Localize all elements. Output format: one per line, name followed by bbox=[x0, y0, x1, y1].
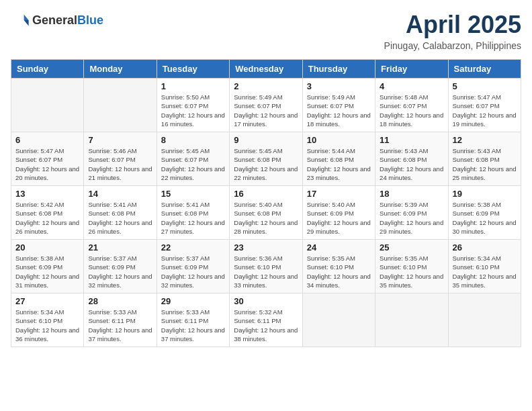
day-info: Sunrise: 5:40 AM Sunset: 6:09 PM Dayligh… bbox=[307, 200, 371, 236]
day-number: 26 bbox=[453, 242, 517, 253]
weekday-header-row: SundayMondayTuesdayWednesdayThursdayFrid… bbox=[11, 60, 521, 79]
day-number: 20 bbox=[15, 242, 79, 253]
day-info: Sunrise: 5:33 AM Sunset: 6:11 PM Dayligh… bbox=[88, 308, 152, 343]
day-number: 28 bbox=[88, 296, 152, 306]
day-number: 7 bbox=[88, 135, 152, 145]
calendar-subtitle: Pinugay, Calabarzon, Philippines bbox=[384, 40, 521, 51]
day-number: 29 bbox=[161, 296, 225, 306]
calendar-title: April 2025 bbox=[384, 11, 521, 39]
day-number: 11 bbox=[380, 135, 443, 145]
day-info: Sunrise: 5:34 AM Sunset: 6:10 PM Dayligh… bbox=[453, 254, 517, 289]
day-info: Sunrise: 5:33 AM Sunset: 6:11 PM Dayligh… bbox=[161, 308, 225, 343]
page-header: GeneralBlue April 2025 Pinugay, Calabarz… bbox=[11, 11, 521, 51]
calendar-cell bbox=[11, 79, 84, 132]
day-info: Sunrise: 5:49 AM Sunset: 6:07 PM Dayligh… bbox=[234, 93, 298, 128]
calendar-cell: 11Sunrise: 5:43 AM Sunset: 6:08 PM Dayli… bbox=[375, 132, 448, 186]
day-number: 6 bbox=[15, 135, 79, 145]
calendar-cell: 26Sunrise: 5:34 AM Sunset: 6:10 PM Dayli… bbox=[448, 240, 521, 293]
calendar-cell: 20Sunrise: 5:38 AM Sunset: 6:09 PM Dayli… bbox=[11, 240, 84, 293]
day-info: Sunrise: 5:35 AM Sunset: 6:10 PM Dayligh… bbox=[307, 254, 371, 289]
day-number: 17 bbox=[307, 189, 371, 199]
calendar-cell: 25Sunrise: 5:35 AM Sunset: 6:10 PM Dayli… bbox=[375, 240, 448, 293]
calendar-cell bbox=[84, 79, 157, 132]
calendar-cell bbox=[448, 293, 521, 347]
day-number: 8 bbox=[161, 135, 225, 145]
day-number: 15 bbox=[161, 189, 225, 199]
calendar-cell: 15Sunrise: 5:41 AM Sunset: 6:08 PM Dayli… bbox=[157, 186, 229, 240]
day-info: Sunrise: 5:35 AM Sunset: 6:10 PM Dayligh… bbox=[380, 254, 443, 289]
calendar-cell: 29Sunrise: 5:33 AM Sunset: 6:11 PM Dayli… bbox=[157, 293, 229, 347]
day-number: 13 bbox=[15, 189, 79, 199]
calendar-cell: 7Sunrise: 5:46 AM Sunset: 6:07 PM Daylig… bbox=[84, 132, 157, 186]
day-info: Sunrise: 5:50 AM Sunset: 6:07 PM Dayligh… bbox=[161, 93, 225, 128]
day-number: 12 bbox=[453, 135, 517, 145]
calendar-cell: 6Sunrise: 5:47 AM Sunset: 6:07 PM Daylig… bbox=[11, 132, 84, 186]
svg-marker-0 bbox=[24, 15, 29, 20]
day-number: 19 bbox=[453, 189, 517, 199]
calendar-cell: 18Sunrise: 5:39 AM Sunset: 6:09 PM Dayli… bbox=[375, 186, 448, 240]
calendar-cell: 4Sunrise: 5:48 AM Sunset: 6:07 PM Daylig… bbox=[375, 79, 448, 132]
day-number: 10 bbox=[307, 135, 371, 145]
day-number: 9 bbox=[234, 135, 298, 145]
calendar-cell: 3Sunrise: 5:49 AM Sunset: 6:07 PM Daylig… bbox=[302, 79, 375, 132]
calendar-cell: 30Sunrise: 5:32 AM Sunset: 6:11 PM Dayli… bbox=[230, 293, 302, 347]
day-number: 30 bbox=[234, 296, 298, 306]
day-info: Sunrise: 5:32 AM Sunset: 6:11 PM Dayligh… bbox=[234, 308, 298, 343]
calendar-cell: 21Sunrise: 5:37 AM Sunset: 6:09 PM Dayli… bbox=[84, 240, 157, 293]
calendar-cell bbox=[375, 293, 448, 347]
day-number: 1 bbox=[161, 81, 225, 91]
week-row-3: 13Sunrise: 5:42 AM Sunset: 6:08 PM Dayli… bbox=[11, 186, 521, 240]
day-info: Sunrise: 5:37 AM Sunset: 6:09 PM Dayligh… bbox=[88, 254, 152, 289]
day-number: 14 bbox=[88, 189, 152, 199]
day-number: 22 bbox=[161, 242, 225, 253]
calendar-cell: 14Sunrise: 5:41 AM Sunset: 6:08 PM Dayli… bbox=[84, 186, 157, 240]
day-info: Sunrise: 5:48 AM Sunset: 6:07 PM Dayligh… bbox=[380, 93, 443, 128]
day-info: Sunrise: 5:45 AM Sunset: 6:07 PM Dayligh… bbox=[161, 146, 225, 182]
calendar-cell: 23Sunrise: 5:36 AM Sunset: 6:10 PM Dayli… bbox=[230, 240, 302, 293]
day-info: Sunrise: 5:34 AM Sunset: 6:10 PM Dayligh… bbox=[15, 308, 79, 343]
calendar-cell: 17Sunrise: 5:40 AM Sunset: 6:09 PM Dayli… bbox=[302, 186, 375, 240]
day-info: Sunrise: 5:49 AM Sunset: 6:07 PM Dayligh… bbox=[307, 93, 371, 128]
day-info: Sunrise: 5:37 AM Sunset: 6:09 PM Dayligh… bbox=[161, 254, 225, 289]
day-number: 2 bbox=[234, 81, 298, 91]
day-number: 25 bbox=[380, 242, 443, 253]
calendar-cell: 5Sunrise: 5:47 AM Sunset: 6:07 PM Daylig… bbox=[448, 79, 521, 132]
calendar-cell: 2Sunrise: 5:49 AM Sunset: 6:07 PM Daylig… bbox=[230, 79, 302, 132]
day-number: 16 bbox=[234, 189, 298, 199]
day-info: Sunrise: 5:41 AM Sunset: 6:08 PM Dayligh… bbox=[161, 200, 225, 236]
calendar-cell: 10Sunrise: 5:44 AM Sunset: 6:08 PM Dayli… bbox=[302, 132, 375, 186]
week-row-1: 1Sunrise: 5:50 AM Sunset: 6:07 PM Daylig… bbox=[11, 79, 521, 132]
day-number: 3 bbox=[307, 81, 371, 91]
logo-text-general: General bbox=[32, 13, 77, 27]
weekday-header-friday: Friday bbox=[375, 60, 448, 79]
day-info: Sunrise: 5:43 AM Sunset: 6:08 PM Dayligh… bbox=[453, 146, 517, 182]
day-info: Sunrise: 5:42 AM Sunset: 6:08 PM Dayligh… bbox=[15, 200, 79, 236]
day-info: Sunrise: 5:45 AM Sunset: 6:08 PM Dayligh… bbox=[234, 146, 298, 182]
day-number: 5 bbox=[453, 81, 517, 91]
day-info: Sunrise: 5:41 AM Sunset: 6:08 PM Dayligh… bbox=[88, 200, 152, 236]
week-row-2: 6Sunrise: 5:47 AM Sunset: 6:07 PM Daylig… bbox=[11, 132, 521, 186]
day-number: 4 bbox=[380, 81, 443, 91]
day-info: Sunrise: 5:38 AM Sunset: 6:09 PM Dayligh… bbox=[15, 254, 79, 289]
weekday-header-saturday: Saturday bbox=[448, 60, 521, 79]
weekday-header-thursday: Thursday bbox=[302, 60, 375, 79]
calendar-cell: 16Sunrise: 5:40 AM Sunset: 6:08 PM Dayli… bbox=[230, 186, 302, 240]
week-row-5: 27Sunrise: 5:34 AM Sunset: 6:10 PM Dayli… bbox=[11, 293, 521, 347]
calendar-cell: 19Sunrise: 5:38 AM Sunset: 6:09 PM Dayli… bbox=[448, 186, 521, 240]
calendar-cell: 13Sunrise: 5:42 AM Sunset: 6:08 PM Dayli… bbox=[11, 186, 84, 240]
calendar-cell: 28Sunrise: 5:33 AM Sunset: 6:11 PM Dayli… bbox=[84, 293, 157, 347]
day-info: Sunrise: 5:40 AM Sunset: 6:08 PM Dayligh… bbox=[234, 200, 298, 236]
logo-text-blue: Blue bbox=[77, 13, 103, 27]
weekday-header-sunday: Sunday bbox=[11, 60, 84, 79]
week-row-4: 20Sunrise: 5:38 AM Sunset: 6:09 PM Dayli… bbox=[11, 240, 521, 293]
calendar-cell: 12Sunrise: 5:43 AM Sunset: 6:08 PM Dayli… bbox=[448, 132, 521, 186]
day-info: Sunrise: 5:47 AM Sunset: 6:07 PM Dayligh… bbox=[15, 146, 79, 182]
day-info: Sunrise: 5:46 AM Sunset: 6:07 PM Dayligh… bbox=[88, 146, 152, 182]
day-info: Sunrise: 5:44 AM Sunset: 6:08 PM Dayligh… bbox=[307, 146, 371, 182]
weekday-header-wednesday: Wednesday bbox=[230, 60, 302, 79]
calendar-cell bbox=[302, 293, 375, 347]
calendar-cell: 9Sunrise: 5:45 AM Sunset: 6:08 PM Daylig… bbox=[230, 132, 302, 186]
day-info: Sunrise: 5:39 AM Sunset: 6:09 PM Dayligh… bbox=[380, 200, 443, 236]
logo-icon bbox=[11, 11, 30, 30]
calendar-cell: 8Sunrise: 5:45 AM Sunset: 6:07 PM Daylig… bbox=[157, 132, 229, 186]
